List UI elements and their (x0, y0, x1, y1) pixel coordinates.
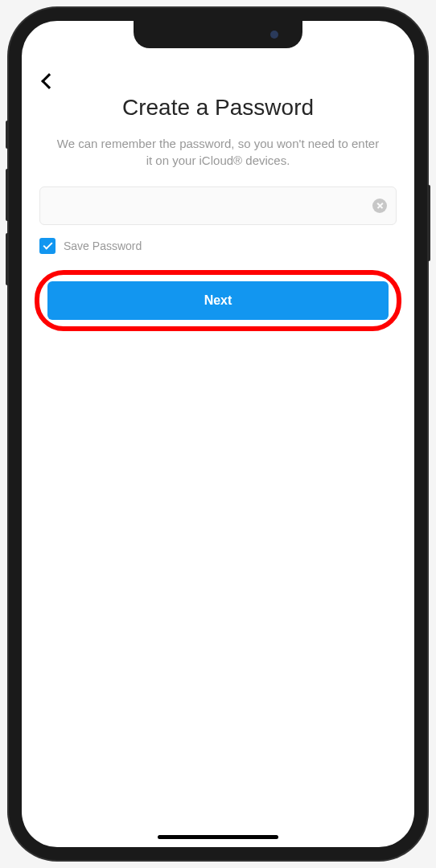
silence-switch (6, 121, 9, 149)
next-button[interactable]: Next (47, 281, 389, 320)
phone-frame: Create a Password We can remember the pa… (9, 8, 427, 860)
volume-up-button (6, 169, 9, 221)
content-area: Create a Password We can remember the pa… (22, 21, 414, 847)
volume-down-button (6, 233, 9, 285)
home-indicator[interactable] (158, 835, 278, 839)
notch (134, 21, 302, 48)
checkmark-icon (43, 240, 52, 250)
page-subtitle: We can remember the password, so you won… (36, 135, 400, 169)
save-password-checkbox[interactable] (39, 238, 56, 254)
back-button[interactable] (33, 65, 65, 97)
front-camera (270, 31, 278, 39)
save-password-row: Save Password (39, 238, 397, 254)
password-input[interactable] (39, 186, 397, 225)
save-password-label: Save Password (64, 240, 142, 252)
page-title: Create a Password (36, 95, 400, 121)
chevron-left-icon (41, 73, 57, 89)
password-input-wrapper (39, 186, 397, 225)
clear-input-button[interactable] (372, 199, 387, 213)
phone-screen: Create a Password We can remember the pa… (22, 21, 414, 847)
power-button (427, 185, 430, 261)
next-button-highlight: Next (35, 270, 401, 331)
